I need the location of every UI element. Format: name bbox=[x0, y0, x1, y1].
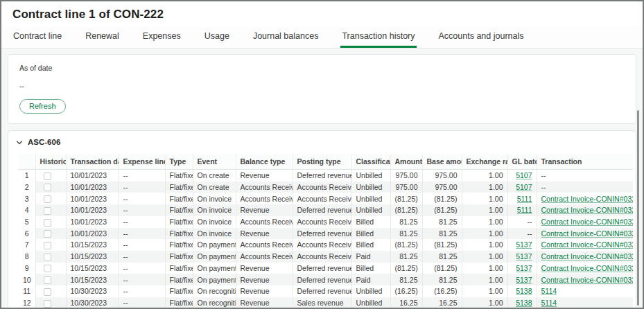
balance-type-cell: Revenue bbox=[236, 263, 293, 274]
row-number: 2 bbox=[19, 182, 35, 193]
expense-line-no-cell: -- bbox=[119, 297, 165, 309]
balance-type-cell: Revenue bbox=[236, 285, 293, 297]
historical-checkbox[interactable] bbox=[44, 276, 51, 284]
transaction-cell-link[interactable]: Contract Invoice-CONIN#0325#doc bbox=[541, 229, 634, 238]
table-header-row: HistoricalTransaction dateExpense line n… bbox=[19, 154, 633, 170]
col-header-event[interactable]: Event bbox=[193, 154, 236, 170]
gl-batch-cell-link[interactable]: 5138 bbox=[516, 299, 532, 307]
transaction-cell-link[interactable]: Contract Invoice-CONIN#0325#doc bbox=[541, 240, 634, 249]
tab-contract-line[interactable]: Contract line bbox=[12, 26, 63, 48]
exchange-rate-cell: 1.00 bbox=[462, 204, 507, 216]
col-header-row-number bbox=[19, 154, 35, 170]
posting-type-cell: Deferred revenue bbox=[293, 204, 351, 216]
transaction-date-cell: 10/01/2023 bbox=[66, 193, 119, 204]
transaction-cell: 5114 bbox=[537, 297, 633, 309]
historical-checkbox[interactable] bbox=[44, 254, 51, 261]
type-cell: Flat/fixed bbox=[165, 263, 193, 274]
transaction-cell-link[interactable]: Contract Invoice-CONIN#0325#doc bbox=[541, 218, 634, 226]
col-header-base-amount[interactable]: Base amount bbox=[422, 154, 462, 170]
type-cell: Flat/fixed bbox=[165, 239, 193, 251]
table-row: 710/15/2023--Flat/fixedOn paymentAccount… bbox=[19, 239, 633, 251]
historical-checkbox[interactable] bbox=[44, 265, 51, 272]
tab-journal-balances[interactable]: Journal balances bbox=[252, 26, 320, 48]
col-header-posting-type[interactable]: Posting type bbox=[293, 154, 351, 170]
app-window: Contract line 1 of CON-222 Contract line… bbox=[0, 0, 644, 309]
gl-batch-cell-link[interactable]: 5107 bbox=[516, 171, 532, 179]
classification-cell: Unbilled bbox=[351, 204, 390, 216]
asc-606-section: ASC-606 HistoricalTransaction dateExpens… bbox=[8, 130, 636, 309]
vertical-scrollbar[interactable] bbox=[637, 110, 639, 306]
historical-checkbox bbox=[35, 182, 66, 193]
balance-type-cell: Revenue bbox=[236, 204, 293, 216]
classification-cell: Unbilled bbox=[351, 285, 390, 297]
transaction-cell-link[interactable]: Contract Invoice-CONIN#0325#doc bbox=[541, 195, 634, 203]
gl-batch-cell: 5111 bbox=[507, 204, 537, 216]
amount-cell: (81.25) bbox=[390, 204, 422, 216]
classification-cell: Paid bbox=[351, 251, 390, 263]
base-amount-cell: 81.25 bbox=[422, 251, 462, 263]
tab-transaction-history[interactable]: Transaction history bbox=[340, 26, 416, 48]
classification-cell: Billed bbox=[351, 216, 390, 228]
col-header-transaction[interactable]: Transaction bbox=[537, 154, 633, 170]
amount-cell: 81.25 bbox=[390, 228, 422, 240]
historical-checkbox[interactable] bbox=[44, 219, 51, 227]
gl-batch-cell-link[interactable]: 5107 bbox=[516, 183, 532, 191]
historical-checkbox[interactable] bbox=[44, 207, 51, 215]
gl-batch-cell-link[interactable]: 5137 bbox=[516, 252, 532, 261]
transaction-date-cell: 10/15/2023 bbox=[66, 274, 119, 285]
transaction-cell-link[interactable]: Contract Invoice-CONIN#0325#doc bbox=[541, 264, 634, 272]
transaction-cell-link[interactable]: Contract Invoice-CONIN#0325#doc bbox=[541, 206, 634, 214]
gl-batch-cell: -- bbox=[507, 216, 537, 228]
filter-panel: As of date -- Refresh bbox=[8, 54, 636, 124]
table-row: 1010/15/2023--Flat/fixedOn paymentRevenu… bbox=[19, 274, 633, 285]
gl-batch-cell-link[interactable]: 5111 bbox=[517, 195, 532, 203]
table-row: 810/15/2023--Flat/fixedOn paymentAccount… bbox=[19, 251, 633, 263]
col-header-transaction-date[interactable]: Transaction date bbox=[66, 154, 119, 170]
gl-batch-cell-link[interactable]: 5137 bbox=[516, 264, 532, 272]
row-number: 9 bbox=[19, 263, 35, 274]
col-header-gl-batch[interactable]: GL batch bbox=[507, 154, 537, 170]
transaction-date-cell: 10/30/2023 bbox=[66, 285, 119, 297]
transaction-cell-link[interactable]: 5114 bbox=[541, 299, 557, 307]
transaction-cell-link[interactable]: Contract Invoice-CONIN#0325#doc bbox=[541, 276, 634, 284]
col-header-amount[interactable]: Amount bbox=[390, 154, 422, 170]
col-header-classification[interactable]: Classification bbox=[351, 154, 390, 170]
historical-checkbox[interactable] bbox=[44, 184, 51, 191]
col-header-historical[interactable]: Historical bbox=[35, 154, 66, 170]
historical-checkbox[interactable] bbox=[44, 242, 51, 249]
refresh-button[interactable]: Refresh bbox=[19, 99, 66, 114]
posting-type-cell: Deferred revenue bbox=[293, 285, 351, 297]
historical-checkbox[interactable] bbox=[44, 195, 51, 203]
posting-type-cell: Deferred revenue bbox=[293, 263, 351, 274]
gl-batch-cell-link[interactable]: 5111 bbox=[517, 206, 532, 214]
event-cell: On create bbox=[193, 182, 236, 193]
transaction-cell: -- bbox=[537, 170, 633, 182]
transaction-cell-link[interactable]: 5114 bbox=[541, 287, 557, 295]
col-header-expense-line-no[interactable]: Expense line no. bbox=[119, 154, 165, 170]
historical-checkbox[interactable] bbox=[44, 230, 51, 238]
gl-batch-cell-link[interactable]: 5137 bbox=[516, 240, 532, 249]
expense-line-no-cell: -- bbox=[119, 204, 165, 216]
col-header-exchange-rate[interactable]: Exchange rate bbox=[462, 154, 507, 170]
historical-checkbox bbox=[35, 274, 66, 285]
tab-usage[interactable]: Usage bbox=[203, 26, 231, 48]
col-header-balance-type[interactable]: Balance type bbox=[236, 154, 293, 170]
row-number: 10 bbox=[19, 274, 35, 285]
col-header-type[interactable]: Type bbox=[165, 154, 193, 170]
transaction-cell-link[interactable]: Contract Invoice-CONIN#0325#doc bbox=[541, 252, 634, 261]
transaction-date-cell: 10/01/2023 bbox=[66, 204, 119, 216]
historical-checkbox bbox=[35, 263, 66, 274]
gl-batch-cell-link[interactable]: 5138 bbox=[516, 287, 532, 295]
historical-checkbox bbox=[35, 251, 66, 263]
event-cell: On invoice bbox=[193, 228, 236, 240]
gl-batch-cell-link[interactable]: 5137 bbox=[516, 276, 532, 284]
historical-checkbox[interactable] bbox=[44, 300, 51, 308]
tab-expenses[interactable]: Expenses bbox=[141, 26, 182, 48]
balance-type-cell: Accounts Receivable bbox=[236, 193, 293, 204]
tab-accounts-and-journals[interactable]: Accounts and journals bbox=[437, 26, 525, 48]
section-collapse-toggle[interactable]: ASC-606 bbox=[8, 131, 636, 152]
historical-checkbox[interactable] bbox=[44, 173, 51, 180]
historical-checkbox[interactable] bbox=[44, 288, 51, 296]
tab-renewal[interactable]: Renewal bbox=[84, 26, 121, 48]
transaction-cell: Contract Invoice-CONIN#0325#doc bbox=[537, 239, 633, 251]
